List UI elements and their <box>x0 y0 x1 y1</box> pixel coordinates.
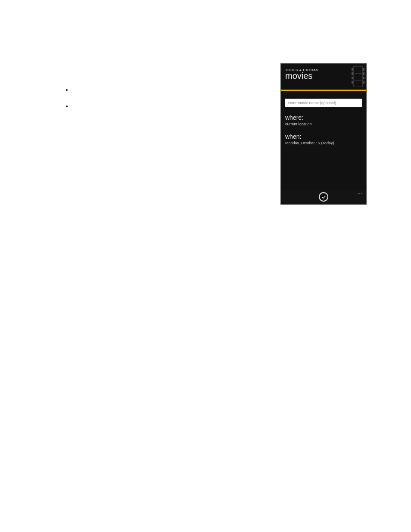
svg-rect-0 <box>354 66 362 87</box>
more-icon: ··· <box>357 190 363 196</box>
form-content: where: current location when: Monday, Oc… <box>281 95 366 190</box>
app-header: TOOLS & EXTRAS movies <box>281 64 366 90</box>
document-page: TOOLS & EXTRAS movies <box>0 0 411 532</box>
confirm-button[interactable] <box>319 192 328 202</box>
app-bar: ··· <box>281 190 366 204</box>
svg-rect-5 <box>363 68 364 71</box>
where-field[interactable]: where: current location <box>285 114 362 126</box>
checkmark-icon <box>321 195 326 199</box>
svg-rect-4 <box>352 81 353 84</box>
svg-rect-3 <box>352 77 353 79</box>
page-title: movies <box>285 71 362 81</box>
when-field[interactable]: when: Monday, October 15 (Today) <box>285 133 362 145</box>
movie-name-input[interactable] <box>285 99 362 107</box>
bullet-list <box>65 86 77 119</box>
phone-screenshot: TOOLS & EXTRAS movies <box>280 63 367 205</box>
when-value: Monday, October 15 (Today) <box>285 141 362 145</box>
where-value: current location <box>285 122 362 126</box>
film-strip-icon <box>352 66 364 87</box>
when-label: when: <box>285 133 362 140</box>
accent-divider <box>281 90 366 91</box>
svg-rect-2 <box>352 72 353 75</box>
more-button[interactable]: ··· <box>357 191 363 195</box>
svg-rect-8 <box>363 81 364 84</box>
bullet-item <box>72 103 77 107</box>
svg-rect-7 <box>363 77 364 79</box>
svg-rect-1 <box>352 68 353 71</box>
bullet-item <box>72 86 77 90</box>
where-label: where: <box>285 114 362 121</box>
svg-rect-6 <box>363 72 364 75</box>
